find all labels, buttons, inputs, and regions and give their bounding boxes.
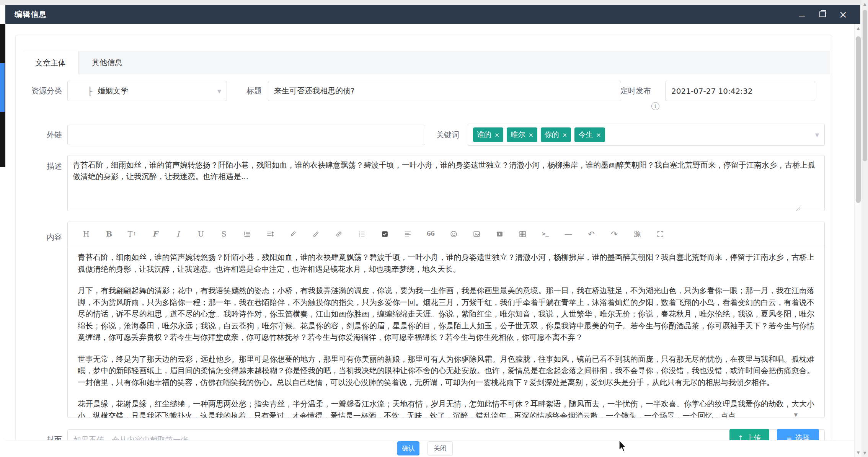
- bullet-list-icon[interactable]: [354, 226, 369, 242]
- scroll-down-icon[interactable]: ▼: [861, 451, 868, 455]
- heading-icon[interactable]: H: [78, 226, 94, 242]
- page-scrollbar[interactable]: ▲ ▼: [861, 0, 868, 457]
- keyword-tag: 谁的×: [473, 127, 503, 142]
- underline-icon[interactable]: U: [193, 226, 209, 242]
- strikethrough-icon[interactable]: S: [216, 226, 232, 242]
- keyword-tag: 唯尔×: [507, 127, 537, 142]
- link-icon[interactable]: [331, 226, 346, 242]
- description-textarea[interactable]: 青苔石阶，细雨如丝，谁的笛声婉转悠扬？阡陌小巷，残阳如血，谁的衣袂肆意飘荡？碧波…: [67, 155, 825, 211]
- title-input[interactable]: [268, 81, 621, 101]
- background-sidebar-active-item: [0, 63, 5, 112]
- window-controls: ×: [796, 9, 849, 20]
- confirm-button[interactable]: 确认: [397, 441, 419, 455]
- line-height-icon[interactable]: [262, 226, 277, 242]
- scrollbar-thumb[interactable]: [863, 10, 867, 161]
- content-paragraph: 青苔石阶，细雨如丝，谁的笛声婉转悠扬？阡陌小巷，残阳如血，谁的衣袂肆意飘荡？碧波…: [78, 251, 814, 275]
- close-icon[interactable]: ×: [837, 9, 849, 20]
- editor-content[interactable]: 青苔石阶，细雨如丝，谁的笛声婉转悠扬？阡陌小巷，残阳如血，谁的衣袂肆意飘荡？碧波…: [68, 246, 824, 418]
- task-checkbox-icon[interactable]: [377, 226, 392, 242]
- title-label: 标题: [230, 80, 262, 101]
- chevron-down-icon: ▼: [815, 132, 819, 138]
- indent-icon[interactable]: [239, 226, 255, 242]
- emoji-icon[interactable]: [446, 226, 461, 242]
- tree-branch-glyph: ├: [88, 87, 92, 96]
- keyword-tags[interactable]: 谁的×唯尔×你的×今生×▼: [468, 124, 825, 146]
- highlight-pencil-icon[interactable]: [285, 226, 300, 242]
- fullscreen-icon[interactable]: [653, 226, 668, 242]
- restore-icon[interactable]: [817, 9, 828, 20]
- schedule-datetime-input[interactable]: [665, 81, 815, 101]
- brush-icon[interactable]: [308, 226, 323, 242]
- category-label: 资源分类: [15, 80, 62, 101]
- source-icon[interactable]: 源: [630, 226, 645, 242]
- keywords-label: 关键词: [419, 124, 459, 145]
- tab-label: 文章主体: [35, 58, 66, 68]
- remove-tag-icon[interactable]: ×: [528, 131, 533, 139]
- minimize-icon[interactable]: [796, 9, 808, 20]
- external-link-label: 外链: [15, 124, 62, 145]
- remove-tag-icon[interactable]: ×: [562, 131, 567, 139]
- textarea-resize-handle[interactable]: [796, 206, 800, 211]
- keyword-tag-label: 你的: [545, 130, 559, 140]
- mouse-cursor: [618, 439, 628, 455]
- image-icon[interactable]: [469, 226, 484, 242]
- content-paragraph: 花开是缘，花谢是缘，红尘缱绻，一种两思两处愁；指尖青丝，半分温柔，一瓣馨香江水流…: [78, 398, 814, 418]
- rich-text-editor: HBTFIUS66>_—↶↷源 青苔石阶，细雨如丝，谁的笛声婉转悠扬？阡陌小巷，…: [67, 222, 825, 418]
- align-icon[interactable]: [400, 226, 415, 242]
- keyword-tag-label: 谁的: [477, 130, 491, 140]
- schedule-label: 定时发布: [611, 80, 651, 101]
- close-button[interactable]: 关闭: [427, 441, 453, 455]
- keyword-tag: 今生×: [574, 127, 605, 142]
- background-top-strip: [0, 0, 868, 5]
- scroll-down-icon[interactable]: ▼: [855, 450, 862, 455]
- horizontal-rule-icon[interactable]: —: [561, 226, 576, 242]
- scroll-up-icon[interactable]: ▲: [855, 26, 862, 30]
- keyword-tag: 你的×: [541, 127, 571, 142]
- tab-other-info[interactable]: 其他信息: [79, 51, 135, 74]
- external-link-input[interactable]: [67, 125, 425, 145]
- redo-icon[interactable]: ↷: [607, 226, 622, 242]
- undo-icon[interactable]: ↶: [584, 226, 599, 242]
- editor-toolbar: HBTFIUS66>_—↶↷源: [68, 222, 824, 246]
- dialog-title: 编辑信息: [15, 9, 47, 20]
- italic-icon[interactable]: I: [170, 226, 186, 242]
- scroll-up-icon[interactable]: ▲: [861, 2, 868, 6]
- quote-icon[interactable]: 66: [423, 226, 438, 242]
- tab-bar: 文章主体 其他信息: [23, 51, 830, 74]
- font-family-icon[interactable]: F: [147, 226, 163, 242]
- remove-tag-icon[interactable]: ×: [494, 131, 499, 139]
- content-paragraph: 世事无常，终是为了那天边的云彩，远赴他乡。那里可是你想要的地方，那里可有你美丽的…: [78, 353, 814, 388]
- bold-icon[interactable]: B: [101, 226, 117, 242]
- category-value: 婚姻文学: [98, 86, 128, 96]
- remove-tag-icon[interactable]: ×: [596, 131, 601, 139]
- code-icon[interactable]: >_: [538, 226, 553, 242]
- editor-scroll-down-icon[interactable]: ▼: [794, 412, 798, 418]
- table-icon[interactable]: [515, 226, 530, 242]
- keyword-tag-label: 今生: [578, 130, 593, 140]
- scrollbar-thumb[interactable]: [856, 36, 861, 203]
- content-label: 内容: [15, 226, 62, 243]
- content-paragraph: 月下，有我翩翩起舞的清影；花中，有我语笑嫣然的姿态；小桥，有我拨弄涟漪的调皮，你…: [78, 285, 814, 343]
- dialog-titlebar: 编辑信息 ×: [5, 5, 860, 24]
- description-label: 描述: [15, 155, 62, 172]
- tab-label: 其他信息: [92, 57, 122, 68]
- modal-scrollbar[interactable]: ▲ ▼: [854, 24, 862, 457]
- category-select[interactable]: ├ 婚姻文学 ▼: [67, 81, 227, 101]
- keyword-tag-label: 唯尔: [511, 130, 525, 140]
- tab-article-body[interactable]: 文章主体: [23, 51, 79, 74]
- chevron-down-icon: ▼: [217, 88, 221, 94]
- font-size-icon[interactable]: T: [124, 226, 140, 242]
- video-icon[interactable]: [492, 226, 507, 242]
- info-icon[interactable]: i: [651, 102, 659, 110]
